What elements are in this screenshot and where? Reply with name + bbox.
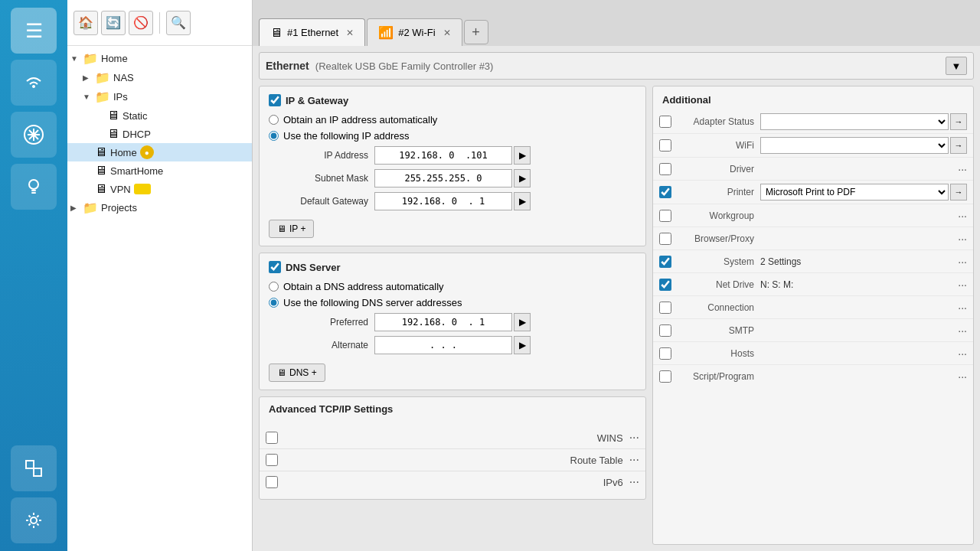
sidebar-icon-settings[interactable] (11, 497, 57, 543)
tree-item-dhcp[interactable]: 🖥 DHCP (67, 125, 252, 143)
tree-item-nas[interactable]: ▶ 📁 NAS (67, 68, 252, 87)
workgroup-dots[interactable]: ··· (958, 210, 967, 222)
connection-label: Connection (678, 302, 754, 313)
subnet-mask-row: Subnet Mask ▶ (269, 169, 636, 187)
toolbar-remove-btn[interactable]: 🚫 (129, 11, 153, 35)
ip-gateway-section: IP & Gateway Obtain an IP address automa… (259, 86, 646, 246)
route-table-dots[interactable]: ··· (629, 453, 639, 467)
smtp-dots[interactable]: ··· (958, 324, 967, 337)
computer-icon-dhcp: 🖥 (107, 127, 119, 141)
ip-plus-button[interactable]: 🖥 IP + (269, 220, 314, 238)
driver-dots[interactable]: ··· (958, 163, 967, 175)
workgroup-label: Workgroup (678, 210, 754, 221)
adapter-dropdown[interactable]: ▼ (946, 57, 967, 75)
hosts-checkbox[interactable] (659, 347, 671, 360)
smtp-row: SMTP ··· (653, 319, 973, 342)
tree-label-ips: IPs (113, 91, 128, 103)
ip-address-picker-btn[interactable]: ▶ (514, 146, 531, 165)
subnet-mask-picker-btn[interactable]: ▶ (514, 169, 531, 187)
workgroup-checkbox[interactable] (659, 210, 671, 222)
tree-item-home[interactable]: ▼ 📁 Home (67, 49, 252, 68)
system-row: System 2 Settings ··· (653, 250, 973, 273)
ipv6-checkbox[interactable] (266, 476, 278, 488)
tab-ethernet[interactable]: 🖥 #1 Ethernet ✕ (259, 18, 365, 46)
tree-label-nas: NAS (113, 72, 134, 83)
route-table-checkbox[interactable] (266, 454, 278, 466)
tree-item-projects[interactable]: ▶ 📁 Projects (67, 198, 252, 217)
sidebar-icon-wifi[interactable] (11, 60, 57, 106)
hosts-dots[interactable]: ··· (958, 347, 967, 360)
expand-ips: ▼ (83, 93, 95, 101)
system-dots[interactable]: ··· (958, 256, 967, 268)
system-checkbox[interactable] (659, 256, 671, 268)
ip-gateway-label: IP & Gateway (286, 95, 348, 106)
connection-dots[interactable]: ··· (958, 302, 967, 314)
tab-wifi[interactable]: 📶 #2 Wi-Fi ✕ (367, 18, 462, 46)
tree-item-ips[interactable]: ▼ 📁 IPs (67, 87, 252, 106)
sidebar-icon-menu[interactable]: ☰ (11, 8, 57, 54)
toolbar-search-btn[interactable]: 🔍 (166, 11, 191, 35)
folder-icon-ips: 📁 (95, 90, 110, 104)
printer-dropdown[interactable]: Microsoft Print to PDF (760, 184, 949, 201)
dns-server-title: DNS Server (269, 261, 636, 273)
preferred-picker-btn[interactable]: ▶ (514, 313, 531, 331)
toolbar-add-btn[interactable]: 🔄 (101, 11, 126, 35)
dns-radio-auto[interactable] (269, 282, 279, 292)
adapter-bar: Ethernet (Realtek USB GbE Family Control… (259, 52, 974, 80)
gateway-row: Default Gateway ▶ (269, 192, 636, 210)
script-program-dots[interactable]: ··· (958, 370, 967, 383)
adapter-status-arrow[interactable]: → (950, 113, 967, 130)
subnet-mask-input[interactable] (374, 169, 512, 187)
driver-label: Driver (678, 164, 754, 174)
dns-radio-manual-row: Use the following DNS server addresses (269, 297, 636, 308)
gateway-picker-btn[interactable]: ▶ (514, 192, 531, 210)
ip-gateway-title: IP & Gateway (269, 94, 636, 106)
net-drive-value: N: S: M: (760, 279, 955, 290)
ip-gateway-checkbox[interactable] (269, 94, 281, 106)
wins-checkbox[interactable] (266, 432, 278, 444)
browser-proxy-dots[interactable]: ··· (958, 233, 967, 245)
dns-radio-manual[interactable] (269, 298, 279, 308)
wifi-arrow[interactable]: → (950, 137, 967, 154)
tree-item-home2[interactable]: 🖥 Home ● (67, 143, 252, 161)
sidebar-icon-bulb[interactable] (11, 164, 57, 210)
wifi-dropdown[interactable] (760, 137, 949, 154)
tree-item-vpn[interactable]: 🖥 VPN (67, 180, 252, 198)
ip-radio-auto[interactable] (269, 115, 279, 125)
dns-plus-button[interactable]: 🖥 DNS + (269, 364, 325, 382)
tab-wifi-close[interactable]: ✕ (443, 28, 451, 38)
ip-address-input[interactable] (374, 146, 512, 165)
tree-label-projects: Projects (101, 202, 137, 214)
adapter-status-dropdown[interactable] (760, 113, 949, 130)
expand-projects: ▶ (70, 204, 83, 212)
tree-item-smarthome[interactable]: 🖥 SmartHome (67, 161, 252, 180)
smtp-checkbox[interactable] (659, 324, 671, 337)
tab-ethernet-close[interactable]: ✕ (346, 28, 354, 38)
driver-checkbox[interactable] (659, 163, 671, 175)
toolbar-home-btn[interactable]: 🏠 (74, 11, 98, 35)
tree-label-home: Home (101, 53, 128, 64)
tab-add-button[interactable]: + (464, 20, 488, 44)
alternate-dns-input[interactable] (374, 336, 512, 354)
net-drive-checkbox[interactable] (659, 279, 671, 291)
adapter-status-checkbox[interactable] (659, 116, 671, 128)
sidebar-icon-resize[interactable] (11, 445, 57, 491)
ipv6-dots[interactable]: ··· (629, 475, 639, 489)
wifi-checkbox[interactable] (659, 139, 671, 152)
ip-radio-manual[interactable] (269, 131, 279, 141)
sidebar-icon-tools[interactable] (11, 112, 57, 158)
wins-dots[interactable]: ··· (629, 431, 639, 445)
connection-checkbox[interactable] (659, 302, 671, 314)
wins-row: WINS ··· (260, 427, 645, 449)
dns-checkbox[interactable] (269, 261, 281, 273)
tree-item-static[interactable]: 🖥 Static (67, 106, 252, 125)
preferred-dns-input[interactable] (374, 313, 512, 331)
gateway-input[interactable] (374, 192, 512, 210)
printer-arrow[interactable]: → (950, 184, 967, 201)
route-table-row: Route Table ··· (260, 449, 645, 471)
alternate-picker-btn[interactable]: ▶ (514, 336, 531, 354)
net-drive-dots[interactable]: ··· (958, 279, 967, 291)
script-program-checkbox[interactable] (659, 370, 671, 383)
browser-proxy-checkbox[interactable] (659, 233, 671, 245)
printer-checkbox[interactable] (659, 186, 671, 198)
